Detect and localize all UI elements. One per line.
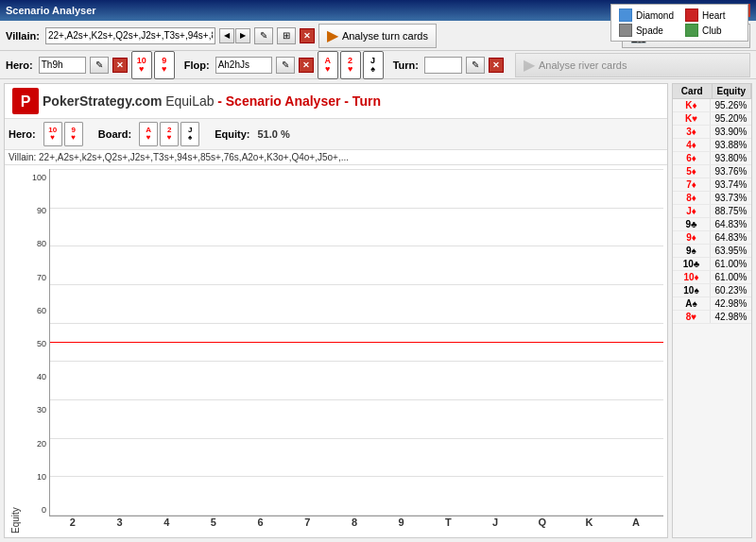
bars-container <box>49 169 663 517</box>
equity-value-16: 42.98% <box>711 311 751 323</box>
analyse-river-button: ▶ Analyse river cards <box>515 53 750 77</box>
flop-clear-button[interactable]: ✕ <box>299 58 314 73</box>
grid-lines <box>50 169 663 516</box>
hero-card-1: 10 ♥ <box>131 51 152 79</box>
equity-row-16: 8♥42.98% <box>673 311 751 324</box>
main-container: Villain: ◀ ▶ ✎ ⊞ ✕ ▶ Analyse turn cards … <box>0 21 756 542</box>
villain-scroll-left[interactable]: ◀ <box>219 28 234 43</box>
equity-value-10: 64.83% <box>711 231 751 244</box>
equity-value-6: 93.74% <box>711 178 751 191</box>
equity-card-11: 9♠ <box>673 245 711 257</box>
villain-label: Villain: <box>6 30 40 42</box>
analyse-turn-button[interactable]: ▶ Analyse turn cards <box>318 24 437 48</box>
equity-card-6: 7♦ <box>673 178 711 191</box>
chart-with-yaxis: Equity 100 90 80 70 60 50 40 30 20 1 <box>9 169 663 534</box>
chart-info-row: Hero: 10♥ 9♥ Board: A♥ <box>5 119 667 150</box>
turn-edit-button[interactable]: ✎ <box>466 57 485 74</box>
equity-row-9: 9♣64.83% <box>673 218 751 231</box>
flop-card-3: J ♠ <box>363 51 384 79</box>
chart-board-card-2: 2♥ <box>160 122 179 146</box>
equity-value-9: 64.83% <box>711 218 751 230</box>
analyse-river-label: Analyse river cards <box>539 59 627 71</box>
hero-cards: 10 ♥ 9 ♥ <box>131 51 175 79</box>
hero-toolbar: Hero: ✎ ✕ 10 ♥ 9 ♥ Flop: ✎ ✕ <box>0 51 756 79</box>
chart-board-label: Board: <box>98 128 131 140</box>
equity-value-4: 93.80% <box>711 152 751 164</box>
equity-card-3: 4♦ <box>673 139 711 151</box>
x-label-J: J <box>472 517 519 534</box>
hero-hand-input[interactable] <box>39 57 86 74</box>
hero-clear-button[interactable]: ✕ <box>112 58 128 73</box>
hero-label: Hero: <box>6 59 33 71</box>
flop-edit-button[interactable]: ✎ <box>276 57 295 74</box>
chart-header: P PokerStrategy.com EquiLab - Scenario A… <box>5 84 667 119</box>
flop-card-2: 2 ♥ <box>340 51 361 79</box>
x-label-2: 2 <box>49 517 96 534</box>
equity-card-14: 10♠ <box>673 284 711 296</box>
equity-card-8: J♦ <box>673 205 711 217</box>
y-axis-labels: 100 90 80 70 60 50 40 30 20 10 0 <box>23 169 49 534</box>
equity-value-11: 63.95% <box>711 245 751 257</box>
equity-card-13: 10♦ <box>673 271 711 283</box>
villain-range-input[interactable] <box>45 27 215 44</box>
villain-copy-button[interactable]: ⊞ <box>277 27 296 44</box>
equity-value-3: 93.88% <box>711 139 751 151</box>
pokerstrategy-logo-icon: P <box>12 88 39 114</box>
chart-board-card-3: J♠ <box>180 122 199 146</box>
equity-card-1: K♥ <box>673 112 711 125</box>
equity-card-9: 9♣ <box>673 218 711 230</box>
x-label-4: 4 <box>143 517 190 534</box>
equity-card-2: 3♦ <box>673 126 711 138</box>
turn-clear-button[interactable]: ✕ <box>489 58 504 73</box>
equity-card-10: 9♦ <box>673 231 711 244</box>
x-label-T: T <box>425 517 472 534</box>
equity-row-15: A♠42.98% <box>673 297 751 311</box>
svg-text:P: P <box>21 93 31 110</box>
equity-row-6: 7♦93.74% <box>673 178 751 192</box>
turn-input[interactable] <box>424 57 462 74</box>
x-label-3: 3 <box>96 517 144 534</box>
equity-row-2: 3♦93.90% <box>673 126 751 139</box>
villain-scroll-buttons: ◀ ▶ <box>219 28 250 43</box>
x-label-5: 5 <box>190 517 237 534</box>
equity-card-15: A♠ <box>673 297 711 310</box>
chart-hero-cards: 10♥ 9♥ <box>43 122 83 146</box>
equity-row-13: 10♦61.00% <box>673 271 751 284</box>
villain-scroll-right[interactable]: ▶ <box>235 28 250 43</box>
content-area: P PokerStrategy.com EquiLab - Scenario A… <box>0 79 756 542</box>
hero-edit-button[interactable]: ✎ <box>90 57 109 74</box>
chart-board-card-1: A♥ <box>139 122 158 146</box>
equity-value-14: 60.23% <box>711 284 751 296</box>
villain-clear-button[interactable]: ✕ <box>300 28 315 43</box>
equity-value-5: 93.76% <box>711 165 751 178</box>
x-label-Q: Q <box>519 517 566 534</box>
equity-value-7: 93.73% <box>711 192 751 204</box>
equity-row-5: 5♦93.76% <box>673 165 751 178</box>
logo-row: P PokerStrategy.com EquiLab - Scenario A… <box>12 88 660 114</box>
x-label-7: 7 <box>284 517 331 534</box>
flop-cards: A ♥ 2 ♥ J ♠ <box>318 51 384 79</box>
chart-body: Equity 100 90 80 70 60 50 40 30 20 1 <box>5 165 667 537</box>
flop-label: Flop: <box>184 59 210 71</box>
x-label-9: 9 <box>378 517 425 534</box>
chart-board-cards: A♥ 2♥ J♠ <box>139 122 199 146</box>
hero-card-2: 9 ♥ <box>154 51 175 79</box>
analyse-river-container: ▶ Analyse river cards <box>515 53 750 77</box>
card-column-header: Card <box>673 84 713 98</box>
equity-value-12: 61.00% <box>711 258 751 270</box>
equity-value-8: 88.75% <box>711 205 751 217</box>
villain-range-text: Villain: 22+,A2s+,k2s+,Q2s+,J2s+,T3s+,94… <box>9 152 349 162</box>
x-label-K: K <box>566 517 613 534</box>
flop-card-1: A ♥ <box>318 51 338 79</box>
right-panel-scroll[interactable]: K♦95.26%K♥95.20%3♦93.90%4♦93.88%6♦93.80%… <box>673 99 751 537</box>
chart-hero-card-2: 9♥ <box>64 122 83 146</box>
equity-row-8: J♦88.75% <box>673 205 751 218</box>
equity-card-4: 6♦ <box>673 152 711 164</box>
villain-edit-button[interactable]: ✎ <box>254 27 273 44</box>
chart-equity-label: Equity: <box>215 128 249 140</box>
equity-card-16: 8♥ <box>673 311 711 323</box>
equity-reference-line <box>50 342 663 343</box>
equity-value-13: 61.00% <box>711 271 751 283</box>
right-panel: Card Equity K♦95.26%K♥95.20%3♦93.90%4♦93… <box>672 83 752 538</box>
flop-input[interactable] <box>215 57 272 74</box>
